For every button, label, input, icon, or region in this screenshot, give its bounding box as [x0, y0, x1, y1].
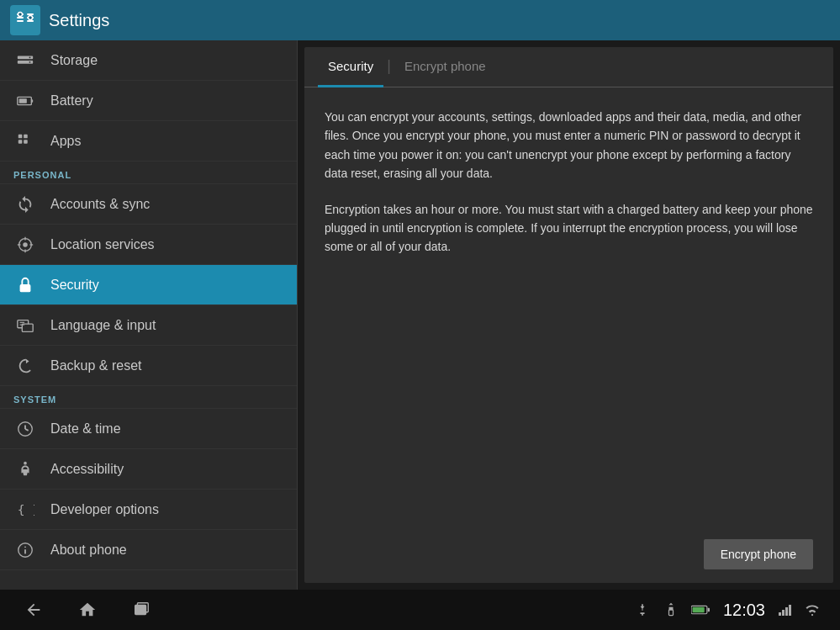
svg-point-11	[29, 61, 31, 62]
sidebar-item-accounts-sync-label: Accounts & sync	[50, 197, 150, 212]
svg-point-20	[23, 242, 28, 247]
content-tabs: Security | Encrypt phone	[304, 47, 833, 87]
svg-line-32	[25, 429, 29, 431]
battery-status-icon	[691, 604, 710, 616]
nav-left	[20, 596, 155, 623]
usb-icon	[634, 601, 651, 618]
svg-rect-2	[17, 20, 24, 22]
usb-connection-icon	[664, 601, 678, 618]
recents-button[interactable]	[128, 596, 155, 623]
encrypt-description-1: You can encrypt your accounts, settings,…	[325, 108, 813, 183]
sidebar-item-battery-label: Battery	[50, 93, 93, 109]
svg-rect-25	[20, 284, 31, 292]
clock-icon	[13, 417, 37, 441]
svg-rect-16	[24, 134, 28, 138]
battery-icon	[13, 89, 37, 113]
sidebar-item-accounts-sync[interactable]: Accounts & sync	[0, 184, 297, 225]
svg-rect-18	[24, 140, 28, 144]
backup-icon	[13, 354, 37, 378]
sidebar-item-security-label: Security	[50, 278, 99, 293]
lock-icon	[13, 273, 37, 297]
sidebar-item-developer-options[interactable]: { } Developer options	[0, 490, 297, 530]
sidebar-item-date-time-label: Date & time	[50, 421, 121, 437]
sidebar-item-accessibility-label: Accessibility	[50, 462, 124, 477]
navbar: 12:03	[0, 590, 840, 630]
sidebar-item-apps-label: Apps	[50, 134, 81, 149]
svg-rect-17	[18, 140, 23, 144]
sidebar-item-about-phone[interactable]: About phone	[0, 530, 297, 570]
main-content: Storage Battery	[0, 40, 840, 590]
svg-rect-40	[668, 610, 673, 616]
sidebar-item-apps[interactable]: Apps	[0, 121, 297, 161]
svg-text:{ }: { }	[18, 501, 34, 516]
sidebar-item-location-services[interactable]: Location services	[0, 225, 297, 265]
tab-encrypt-phone[interactable]: Encrypt phone	[394, 47, 496, 87]
sidebar-item-developer-options-label: Developer options	[50, 502, 159, 517]
network-icon	[805, 602, 820, 617]
sidebar-item-date-time[interactable]: Date & time	[0, 409, 297, 449]
content-pane: Security | Encrypt phone You can encrypt…	[304, 47, 833, 583]
info-icon	[13, 538, 37, 562]
svg-point-33	[24, 461, 27, 464]
section-header-personal: PERSONAL	[0, 161, 297, 184]
svg-point-6	[18, 13, 23, 17]
tab-security[interactable]: Security	[318, 47, 383, 87]
header-title: Settings	[49, 11, 109, 30]
section-header-system: SYSTEM	[0, 386, 297, 409]
sidebar-item-location-services-label: Location services	[50, 237, 155, 252]
content-body: You can encrypt your accounts, settings,…	[304, 87, 833, 526]
sidebar: Storage Battery	[0, 40, 298, 590]
developer-icon: { }	[13, 498, 37, 521]
svg-rect-38	[135, 606, 146, 615]
svg-rect-3	[27, 13, 34, 15]
sidebar-item-language-input[interactable]: Language & input	[0, 305, 297, 346]
sidebar-item-about-phone-label: About phone	[50, 543, 127, 558]
signal-bars	[779, 605, 791, 616]
sidebar-item-battery[interactable]: Battery	[0, 81, 297, 121]
svg-point-36	[24, 546, 26, 548]
svg-point-10	[29, 56, 31, 58]
app-header: Settings	[0, 0, 840, 40]
sidebar-item-security[interactable]: Security	[0, 265, 297, 305]
svg-rect-5	[27, 20, 34, 22]
nav-right: 12:03	[634, 601, 820, 620]
storage-icon	[13, 49, 37, 72]
encrypt-phone-button[interactable]: Encrypt phone	[704, 539, 813, 569]
encrypt-description-2: Encryption takes an hour or more. You mu…	[325, 200, 813, 257]
svg-rect-15	[18, 134, 23, 138]
settings-icon	[10, 5, 40, 35]
svg-rect-1	[17, 17, 24, 19]
svg-rect-14	[19, 98, 27, 103]
svg-rect-37	[24, 549, 26, 554]
svg-rect-13	[31, 99, 33, 103]
content-footer: Encrypt phone	[304, 526, 833, 583]
sidebar-item-backup-reset[interactable]: Backup & reset	[0, 346, 297, 386]
sidebar-item-accessibility[interactable]: Accessibility	[0, 449, 297, 490]
sidebar-item-backup-reset-label: Backup & reset	[50, 358, 142, 373]
sidebar-item-language-input-label: Language & input	[50, 318, 156, 333]
accessibility-icon	[13, 458, 37, 481]
svg-point-7	[29, 16, 33, 20]
time-display: 12:03	[723, 601, 765, 620]
svg-rect-43	[708, 608, 710, 612]
location-icon	[13, 233, 37, 257]
svg-rect-42	[693, 607, 705, 612]
home-button[interactable]	[74, 596, 101, 623]
sidebar-item-storage-label: Storage	[50, 53, 98, 68]
language-icon	[13, 314, 37, 337]
sidebar-item-storage[interactable]: Storage	[0, 40, 297, 81]
svg-point-44	[811, 614, 813, 616]
back-button[interactable]	[20, 596, 47, 623]
sync-icon	[13, 193, 37, 216]
apps-icon	[13, 130, 37, 153]
